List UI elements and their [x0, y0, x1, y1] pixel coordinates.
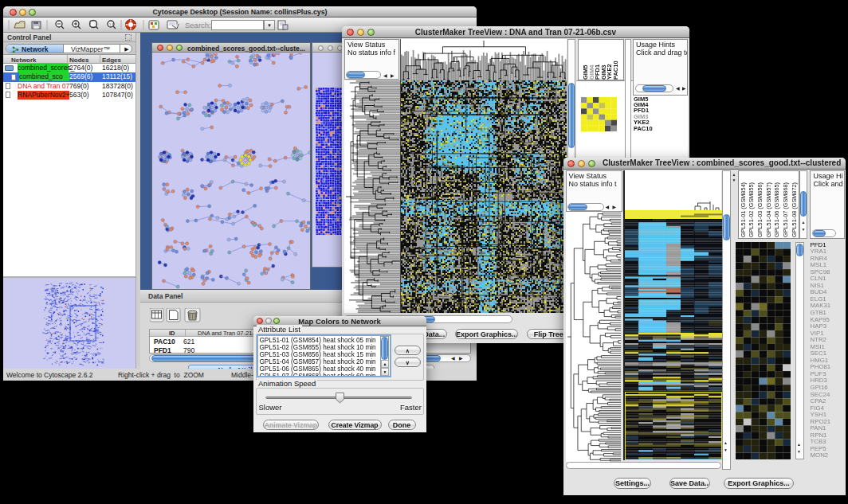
svg-text:1:1: 1:1	[109, 22, 114, 26]
